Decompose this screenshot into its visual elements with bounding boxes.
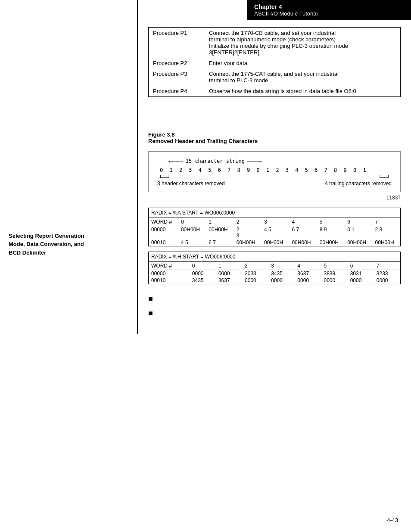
- proc-id: Procedure P2: [149, 58, 205, 68]
- col-header-3: 3: [262, 218, 289, 226]
- col-header-0: 0: [178, 218, 206, 226]
- cell-row2-1: 3637: [216, 277, 242, 284]
- content-row: Selecting Report Generation Mode, Data C…: [0, 20, 411, 334]
- cell-row2-word: 00010: [149, 277, 190, 284]
- proc-desc: Observe how the data string is stored in…: [205, 86, 400, 96]
- figure-title: Removed Header and Trailing Characters: [148, 138, 401, 144]
- col-header-7: 7: [373, 218, 400, 226]
- figure-caption: Figure 3.8 Removed Header and Trailing C…: [148, 131, 401, 144]
- header-right: Chapter 4 ASCII I/O Module Tutorial: [138, 0, 411, 20]
- left-sidebar: Selecting Report Generation Mode, Data C…: [0, 20, 138, 334]
- bullet-section: ■ ■: [148, 295, 401, 317]
- col-header-4: 4: [289, 218, 317, 226]
- sidebar-heading: Selecting Report Generation Mode, Data C…: [9, 232, 84, 257]
- procedures-table: Procedure P1 Connect the 1770-CB cable, …: [148, 27, 401, 97]
- data-table-1: RADIX = %A START = WO006:0000 WORD # 0 1…: [148, 208, 401, 246]
- bullet-icon-2: ■: [148, 309, 153, 317]
- proc-desc: Connect the 1770-CB cable, and set your …: [205, 28, 400, 58]
- col-header-6: 6: [345, 218, 372, 226]
- cell-row2-6: 00H00H: [345, 239, 372, 246]
- col-header-0: 0: [190, 262, 216, 270]
- proc-id: Procedure P1: [149, 28, 205, 58]
- bracket-row: └──┘ └──┘: [156, 175, 393, 180]
- cell-row2-2: 00H00H: [234, 239, 262, 246]
- cell-row1-0: 0000: [190, 270, 216, 277]
- cell-row2-3: 00H00H: [262, 239, 289, 246]
- cell-row2-5: 0000: [321, 277, 348, 284]
- cell-row1-0: 00H00H: [178, 226, 206, 240]
- arrow-label: 15 character string: [186, 158, 245, 164]
- cell-row2-7: 0000: [374, 277, 400, 284]
- cell-row2-0: 4 5: [178, 239, 206, 246]
- table-row: 00010 4 5 6 7 00H00H 00H00H 00H00H 00H00…: [149, 239, 400, 246]
- table2-title: RADIX = %H START = WO006:0000: [149, 252, 400, 262]
- sidebar-heading-line3: BCD Delimiter: [9, 249, 84, 257]
- col-header-1: 1: [216, 262, 242, 270]
- cell-row1-6: 3031: [348, 270, 374, 277]
- table-section-header: RADIX = %H START = WO006:0000: [149, 252, 400, 262]
- arrow-right-icon: ———→: [247, 158, 262, 165]
- col-header-6: 6: [348, 262, 374, 270]
- table-row: Procedure P1 Connect the 1770-CB cable, …: [149, 28, 400, 58]
- data-table-2: RADIX = %H START = WO006:0000 WORD # 0 1…: [148, 252, 401, 284]
- trailing-chars-label: 4 trailing characters removed: [325, 180, 392, 187]
- table-row: 00000 00H00H 00H00H 23 4 5 6 7 8 9 0 1 2…: [149, 226, 400, 240]
- col-header-4: 4: [295, 262, 321, 270]
- top-header: Chapter 4 ASCII I/O Module Tutorial: [0, 0, 411, 20]
- cell-row1-2: 23: [234, 226, 262, 240]
- proc-id: Procedure P4: [149, 86, 205, 96]
- table-row: Procedure P4 Observe how the data string…: [149, 86, 400, 96]
- sidebar-heading-line2: Mode, Data Conversion, and: [9, 240, 84, 249]
- cell-row1-5: 8 9: [317, 226, 345, 240]
- cell-row1-7: 3233: [374, 270, 400, 277]
- sidebar-heading-line1: Selecting Report Generation: [9, 232, 84, 240]
- col-header-1: 1: [206, 218, 234, 226]
- bullet-item-1: ■: [148, 295, 401, 302]
- chapter-label: Chapter 4: [254, 3, 404, 10]
- bullet-icon-1: ■: [148, 295, 153, 302]
- table-row: 00000 0000 0000 2033 3435 3637 3839 3031…: [149, 270, 400, 277]
- cell-row1-2: 2033: [242, 270, 268, 277]
- col-header-word: WORD #: [149, 218, 178, 226]
- cell-row1-3: 4 5: [262, 226, 289, 240]
- right-bracket: └──┘: [379, 175, 390, 180]
- left-bracket: └──┘: [159, 175, 171, 180]
- cell-row2-2: 0000: [242, 277, 268, 284]
- cell-row1-3: 3435: [268, 270, 295, 277]
- cell-row2-4: 00H00H: [289, 239, 317, 246]
- table-header-row: WORD # 0 1 2 3 4 5 6 7: [149, 218, 400, 226]
- page: Chapter 4 ASCII I/O Module Tutorial Sele…: [0, 0, 411, 334]
- main-content: Procedure P1 Connect the 1770-CB cable, …: [138, 20, 411, 334]
- cell-row2-0: 3435: [190, 277, 216, 284]
- col-header-3: 3: [268, 262, 295, 270]
- col-header-2: 2: [242, 262, 268, 270]
- proc-desc: Connect the 1775-CAT cable, and set your…: [205, 68, 400, 86]
- col-header-5: 5: [317, 218, 345, 226]
- cell-row1-7: 2 3: [373, 226, 400, 240]
- cell-row2-7: 00H00H: [373, 239, 400, 246]
- chapter-subtitle: ASCII I/O Module Tutorial: [254, 10, 404, 17]
- cell-row1-1: 0000: [216, 270, 242, 277]
- chapter-box: Chapter 4 ASCII I/O Module Tutorial: [247, 0, 411, 20]
- arrow-left-icon: ←———: [168, 158, 183, 165]
- table1-title: RADIX = %A START = WO006:0000: [149, 208, 400, 218]
- cell-row1-word: 00000: [149, 270, 190, 277]
- proc-id: Procedure P3: [149, 68, 205, 86]
- cell-row1-word: 00000: [149, 226, 178, 240]
- cell-row2-word: 00010: [149, 239, 178, 246]
- proc-desc: Enter your data: [205, 58, 400, 68]
- table-row: Procedure P3 Connect the 1775-CAT cable,…: [149, 68, 400, 86]
- cell-row2-3: 0000: [268, 277, 295, 284]
- header-chars-label: 3 header characters removed: [157, 180, 225, 187]
- sidebar-top: [0, 0, 138, 20]
- figure-id: 11837: [148, 195, 401, 201]
- cell-row2-4: 0000: [295, 277, 321, 284]
- cell-row1-1: 00H00H: [206, 226, 234, 240]
- cell-row1-4: 3637: [295, 270, 321, 277]
- table-section-header: RADIX = %A START = WO006:0000: [149, 208, 400, 218]
- cell-row1-4: 6 7: [289, 226, 317, 240]
- table-row: 00010 3435 3637 0000 0000 0000 0000 0000…: [149, 277, 400, 284]
- diagram-box: ←——— 15 character string ———→ 0 1 2 3 4 …: [148, 151, 401, 192]
- cell-row1-6: 0 1: [345, 226, 372, 240]
- figure-number-label: Figure 3.8: [148, 131, 401, 138]
